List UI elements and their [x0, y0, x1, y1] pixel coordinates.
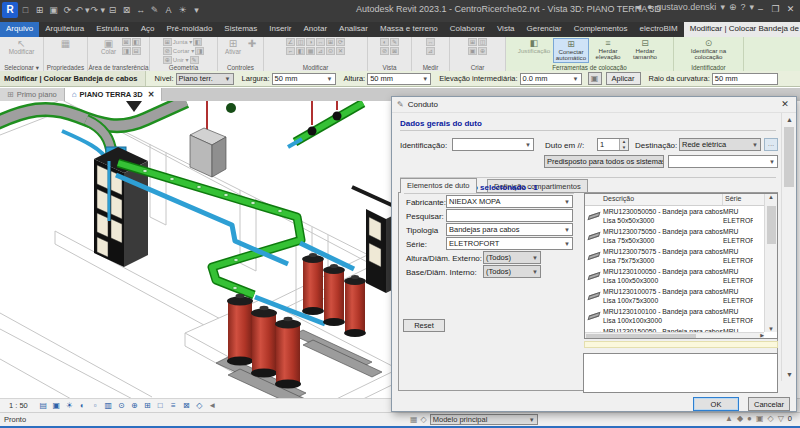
hide-icon[interactable]: ◐	[380, 38, 389, 46]
split-icon[interactable]: ◧	[296, 47, 305, 55]
align-icon[interactable]: ∠	[286, 38, 295, 46]
undo-icon[interactable]: ↶ ▾	[75, 3, 90, 18]
cut-icon[interactable]: ⊠	[122, 38, 131, 46]
move-controls-button[interactable]: ✚	[245, 38, 259, 49]
duto-spinner[interactable]: 1 ▲▼	[597, 138, 629, 151]
tag-on-placement-button[interactable]: ⊙Identificar na colocação	[682, 38, 736, 61]
sun-path-icon[interactable]: ☀	[63, 401, 76, 410]
cable-tray-upper-right[interactable]	[288, 101, 363, 147]
scroll-up-icon[interactable]: ▲	[782, 113, 797, 126]
scroll-up-icon[interactable]: ▲	[768, 194, 774, 200]
redo-icon[interactable]: ↷ ▾	[91, 3, 106, 18]
join-icon[interactable]: ⊕	[163, 56, 172, 64]
filter-icon[interactable]: ▽	[778, 414, 784, 423]
inherit-elevation-button[interactable]: ≡Herdar elevação	[590, 38, 626, 61]
revit-logo-icon[interactable]: R	[2, 2, 18, 18]
shadows-icon[interactable]: ◐	[76, 401, 89, 410]
customize-icon[interactable]: ▾	[190, 3, 203, 18]
drag-selection-icon[interactable]: ◇	[768, 414, 774, 423]
move-icon[interactable]: ↔	[316, 38, 325, 46]
raio-input[interactable]: 50 mm	[712, 73, 778, 85]
nivel-select[interactable]: Piano terr.▼	[176, 73, 234, 85]
lock-orientation-icon[interactable]: ⊙	[115, 401, 128, 410]
clip-icon[interactable]: ⊠	[390, 47, 399, 55]
array-icon[interactable]: ▦	[306, 47, 315, 55]
tab-analisar[interactable]: Analisar	[333, 22, 374, 37]
render-icon[interactable]: ☀	[176, 3, 189, 18]
select-pinned-icon[interactable]: ●	[747, 414, 752, 423]
spin-down-icon[interactable]: ▼	[620, 145, 628, 151]
aplicar-button[interactable]: Aplicar	[606, 72, 641, 85]
list-item[interactable]: MRU1230100050 - Bandeja para cabos Lisa …	[585, 266, 777, 286]
pin-icon[interactable]: ⊙	[326, 47, 335, 55]
design-option-select[interactable]: Modelo principal▼	[430, 414, 538, 425]
tab-estrutura[interactable]: Estrutura	[90, 22, 134, 37]
identificacao-select[interactable]: ▼	[452, 138, 534, 151]
notes-textarea[interactable]	[583, 353, 778, 393]
new-icon[interactable]: □	[19, 3, 32, 18]
save-icon[interactable]: ▣	[47, 3, 60, 18]
create-group-icon[interactable]: ⊞	[468, 38, 477, 46]
tab-sistemas[interactable]: Sistemas	[218, 22, 263, 37]
tab-elementos-de-duto[interactable]: Elementos de duto	[400, 178, 477, 193]
show-crop-icon[interactable]: ▥	[102, 401, 115, 410]
scale-icon[interactable]: ⊿	[316, 47, 325, 55]
section-icon[interactable]: ⊠	[120, 3, 133, 18]
user-icon[interactable]: ●	[647, 2, 652, 12]
temporary-hide-icon[interactable]: ⊕	[128, 401, 141, 410]
list-item[interactable]: MRU1230100100 - Bandeja para cabos Lisa …	[585, 306, 777, 326]
list-item[interactable]: MRU1230075075 - Bandeja para cabos Lisa …	[585, 246, 777, 266]
measure-two-icon[interactable]: ↔	[426, 38, 435, 46]
select-underlay-icon[interactable]: ◆	[737, 414, 743, 423]
create-parts-icon[interactable]: ⊕	[478, 47, 487, 55]
junction-box[interactable]	[190, 101, 226, 177]
collapse-icon[interactable]: ◄	[206, 401, 219, 410]
ok-button[interactable]: OK	[693, 397, 739, 411]
text-icon[interactable]: A	[162, 3, 175, 18]
paste-button[interactable]: ▣Colar	[97, 38, 121, 56]
predisposto-select[interactable]: Predisposto para todos os sistemas e▼	[544, 155, 664, 168]
scroll-down-icon[interactable]: ▼	[782, 368, 797, 381]
column-descricao[interactable]: Descrição	[585, 194, 723, 205]
tab-massa-terreno[interactable]: Massa e terreno	[374, 22, 444, 37]
search-icon[interactable]: ◄	[634, 2, 643, 12]
create-assembly-icon[interactable]: ▣	[468, 47, 477, 55]
tab-arquitetura[interactable]: Arquitetura	[39, 22, 90, 37]
close-button[interactable]: ✕	[783, 0, 798, 18]
worksharing-icon[interactable]: ◇	[193, 401, 206, 410]
print-icon[interactable]: ⊟	[106, 3, 119, 18]
element-list[interactable]: Descrição Série MRU1230050050 - Bandeja …	[584, 193, 778, 339]
properties-button[interactable]: ▦	[50, 38, 82, 56]
column-serie[interactable]: Série	[723, 194, 751, 205]
tab-arquivo[interactable]: Arquivo	[0, 22, 39, 37]
list-item[interactable]: MRU1230100075 - Bandeja para cabos Lisa …	[585, 286, 777, 306]
analytical-icon[interactable]: ≡	[167, 401, 180, 410]
open-icon[interactable]: ⊞	[33, 3, 46, 18]
tab-anotar[interactable]: Anotar	[297, 22, 333, 37]
help-icon[interactable]: ?	[740, 2, 745, 12]
rotate-icon[interactable]: ⟳	[336, 38, 345, 46]
cut-geometry-icon[interactable]: ⊘	[163, 47, 172, 55]
tipologia-select[interactable]: Bandejas para cabos▼	[446, 223, 573, 236]
crop-view-icon[interactable]: ▫	[89, 401, 102, 410]
override-icon[interactable]: ✎	[390, 38, 399, 46]
dialog-title-bar[interactable]: ✎ Conduto	[392, 97, 796, 113]
measure-along-icon[interactable]: ⊿	[426, 47, 435, 55]
select-links-icon[interactable]: ▲	[725, 414, 733, 423]
wall-joins-icon[interactable]: ◧	[193, 38, 202, 46]
dialog-scrollbar[interactable]: ▲ ▼	[781, 113, 796, 381]
scale-button[interactable]: 1 : 50	[6, 400, 31, 411]
trim-icon[interactable]: ⌐	[286, 47, 295, 55]
list-horizontal-scrollbar[interactable]: ▶	[585, 332, 764, 338]
scroll-right-icon[interactable]: ▶	[760, 332, 764, 338]
justification-button[interactable]: ◧Justificação	[516, 38, 552, 54]
minimize-button[interactable]: –	[753, 0, 768, 18]
serie-select[interactable]: ELETROFORT▼	[446, 237, 573, 250]
demolish-icon[interactable]: ✎	[190, 56, 199, 64]
signed-in-user[interactable]: gustavo.denski	[656, 2, 716, 12]
delete-icon[interactable]: ✕	[336, 47, 345, 55]
detail-level-icon[interactable]: ▤	[37, 401, 50, 410]
view-tab-piano-terra-3d[interactable]: ⌂ PIANO TERRA 3D ✕	[65, 88, 163, 101]
largura-select[interactable]: 50 mm▼	[272, 73, 336, 85]
temporary-view-icon[interactable]: □	[154, 401, 167, 410]
